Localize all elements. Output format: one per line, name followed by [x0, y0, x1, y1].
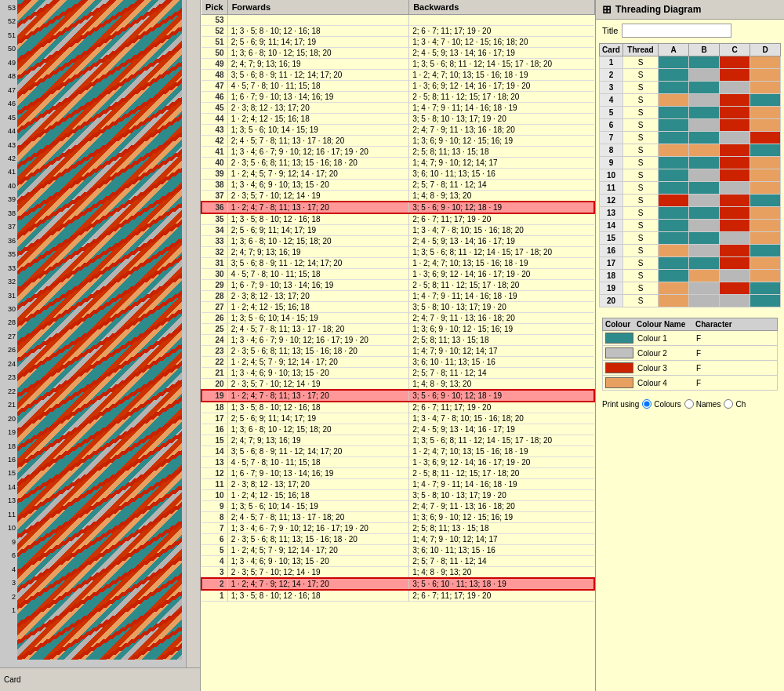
pick-fwd: 1; 3; 5 · 6; 10; 14 · 15; 19	[227, 125, 409, 136]
pick-num: 35	[201, 213, 227, 225]
pick-bwd: 2; 6 · 7; 11; 17; 19 · 20	[409, 402, 594, 413]
radio-names-input[interactable]	[684, 399, 694, 409]
thread-c	[720, 157, 750, 169]
thread-d	[750, 207, 781, 220]
radio-ch-input[interactable]	[724, 399, 733, 409]
pick-num: 49	[201, 59, 227, 70]
woven-panel: Card 53525150494847464544434241403938373…	[0, 0, 200, 691]
row-number: 30	[8, 305, 16, 313]
row-number: 32	[8, 278, 16, 285]
col-character: Character	[695, 320, 739, 329]
thread-b	[689, 270, 720, 282]
thread-dir: S	[623, 119, 659, 132]
table-row: 29 1; 6 · 7; 9 · 10; 13 · 14; 16; 19 2 ·…	[201, 280, 594, 291]
pick-bwd: 3; 6; 10 · 11; 13; 15 · 16	[409, 169, 594, 180]
radio-ch[interactable]: Ch	[724, 399, 746, 409]
pick-bwd: 3; 5 · 6; 9 · 10; 12; 18 · 19	[409, 390, 594, 402]
pick-bwd: 2; 4 · 5; 9; 13 · 14; 16 · 17; 19	[409, 236, 594, 247]
pick-fwd: 1; 3 · 4; 6 · 7; 9 · 10; 12; 16 · 17; 19…	[227, 335, 409, 346]
row-number: 39	[8, 195, 16, 203]
thread-row: 14 S	[600, 220, 781, 232]
table-row: 12 1; 6 · 7; 9 · 10; 13 · 14; 16; 19 2 ·…	[201, 468, 594, 479]
title-input[interactable]	[622, 24, 731, 38]
table-row: 15 2; 4; 7; 9; 13; 16; 19 1; 3; 5 · 6; 8…	[201, 435, 594, 446]
thread-c	[720, 220, 750, 232]
radio-names[interactable]: Names	[684, 399, 721, 409]
pick-bwd: 1 · 3; 6; 9; 12 · 14; 16 · 17; 19 · 20	[409, 81, 594, 92]
radio-colours-label: Colours	[654, 400, 681, 409]
table-row: 22 1 · 2; 4; 5; 7 · 9; 12; 14 · 17; 20 3…	[201, 357, 594, 368]
thread-a	[659, 220, 689, 232]
thread-b	[689, 94, 720, 107]
pick-num: 16	[201, 424, 227, 435]
thread-d	[750, 82, 781, 94]
thread-dir: S	[623, 182, 659, 195]
table-row: 36 1 · 2; 4; 7 · 8; 11; 13 · 17; 20 3; 5…	[201, 202, 594, 213]
pick-fwd: 2; 4 · 5; 7 · 8; 11; 13 · 17 · 18; 20	[227, 324, 409, 335]
pick-num: 50	[201, 48, 227, 59]
table-row: 34 2; 5 · 6; 9; 11; 14; 17; 19 1; 3 · 4;…	[201, 225, 594, 236]
row-number: 45	[8, 114, 16, 122]
thread-row: 1 S	[600, 56, 781, 69]
table-row: 52 1; 3 · 5; 8 · 10; 12 · 16; 18 2; 6 · …	[201, 26, 594, 37]
thread-card: 3	[600, 82, 623, 94]
pick-fwd: 2; 4; 7; 9; 13; 16; 19	[227, 59, 409, 70]
table-row: 23 2 · 3; 5 · 6; 8; 11; 13; 15 · 16; 18 …	[201, 346, 594, 357]
title-row: Title	[596, 20, 784, 42]
thread-d	[750, 195, 781, 207]
radio-colours[interactable]: Colours	[642, 399, 681, 409]
pick-num: 23	[201, 346, 227, 357]
thread-b	[689, 56, 720, 69]
table-row: 27 1 · 2; 4; 12 · 15; 16; 18 3; 5 · 8; 1…	[201, 302, 594, 313]
pick-fwd: 2; 4; 7; 9; 13; 16; 19	[227, 247, 409, 258]
thread-d	[750, 132, 781, 144]
thread-row: 6 S	[600, 119, 781, 132]
colour-char: F	[696, 379, 720, 387]
thread-b	[689, 69, 720, 82]
pick-fwd: 1 · 2; 4; 5; 7 · 9; 12; 14 · 17; 20	[227, 169, 409, 180]
pick-num: 26	[201, 313, 227, 324]
pick-num: 53	[201, 15, 227, 26]
pick-fwd: 2; 5 · 6; 9; 11; 14; 17; 19	[227, 413, 409, 424]
thread-row: 3 S	[600, 82, 781, 94]
row-number: 40	[8, 182, 16, 190]
thread-b	[689, 144, 720, 157]
pick-fwd: 2 · 3; 8; 12 · 13; 17; 20	[227, 479, 409, 490]
thread-c	[720, 169, 750, 182]
radio-colours-input[interactable]	[642, 399, 652, 409]
thread-b	[689, 295, 720, 307]
pick-fwd: 1; 3; 6 · 8; 10 · 12; 15; 18; 20	[227, 236, 409, 247]
th-d: D	[750, 44, 781, 56]
table-row: 49 2; 4; 7; 9; 13; 16; 19 1; 3; 5 · 6; 8…	[201, 59, 594, 70]
pick-fwd: 1; 3; 5 · 6; 10; 14 · 15; 19	[227, 313, 409, 324]
thread-d	[750, 182, 781, 195]
pick-fwd: 2 · 3; 8; 12 · 13; 17; 20	[227, 291, 409, 302]
thread-b	[689, 107, 720, 119]
thread-b	[689, 207, 720, 220]
row-number: 50	[8, 45, 16, 53]
threading-panel: ⊞ Threading Diagram Title Card Thread A …	[596, 0, 784, 691]
col-pick: Pick	[201, 0, 227, 15]
thread-d	[750, 220, 781, 232]
table-row: 37 2 · 3; 5; 7 · 10; 12; 14 · 19 1; 4; 8…	[201, 191, 594, 202]
thread-b	[689, 157, 720, 169]
pick-panel[interactable]: Pick Forwards Backwards 53 52 1; 3 · 5; …	[200, 0, 596, 691]
pick-fwd: 2 · 3; 8; 12 · 13; 17; 20	[227, 103, 409, 114]
pick-fwd: 1; 6 · 7; 9 · 10; 13 · 14; 16; 19	[227, 92, 409, 103]
table-row: 13 4 · 5; 7 · 8; 10 · 11; 15; 18 1 · 3; …	[201, 457, 594, 468]
row-number: 41	[8, 168, 16, 176]
row-number: 16	[8, 456, 16, 464]
pick-bwd: 1; 3 · 4; 7 · 8; 10; 15 · 16; 18; 20	[409, 225, 594, 236]
thread-b	[689, 257, 720, 270]
table-row: 45 2 · 3; 8; 12 · 13; 17; 20 1; 4 · 7; 9…	[201, 103, 594, 114]
pick-bwd: 3; 5 · 8; 10 · 13; 17; 19 · 20	[409, 302, 594, 313]
pick-num: 44	[201, 114, 227, 125]
row-numbers: 5352515049484746454443424140393837363533…	[2, 4, 17, 664]
pick-fwd: 1; 3 · 4; 6; 9 · 10; 13; 15 · 20	[227, 180, 409, 191]
row-number: 51	[8, 31, 16, 39]
grid-icon: ⊞	[602, 3, 612, 16]
table-row: 25 2; 4 · 5; 7 · 8; 11; 13 · 17 · 18; 20…	[201, 324, 594, 335]
thread-c	[720, 119, 750, 132]
colour-row: Colour 1 F	[602, 331, 778, 346]
pick-bwd: 1 · 2; 4; 7; 10; 13; 15 · 16; 18 · 19	[409, 70, 594, 81]
